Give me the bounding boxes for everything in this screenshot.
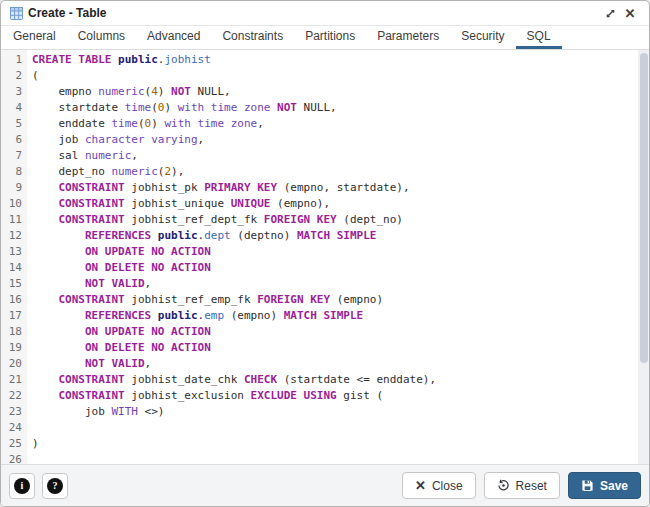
line-number: 15 — [1, 276, 22, 292]
info-icon: i — [14, 478, 30, 494]
code-line: CONSTRAINT jobhist_ref_emp_fk FOREIGN KE… — [32, 292, 637, 308]
line-number: 24 — [1, 420, 22, 436]
tab-general[interactable]: General — [2, 26, 67, 49]
line-number-gutter: 1234567891011121314151617181920212223242… — [1, 50, 27, 464]
line-number: 23 — [1, 404, 22, 420]
close-button[interactable]: ✕ Close — [402, 472, 476, 499]
line-number: 4 — [1, 100, 22, 116]
line-number: 9 — [1, 180, 22, 196]
line-number: 13 — [1, 244, 22, 260]
line-number: 8 — [1, 164, 22, 180]
reset-button[interactable]: Reset — [484, 472, 560, 499]
editor-scrollbar — [638, 50, 649, 464]
code-line: ON DELETE NO ACTION — [32, 340, 637, 356]
tab-bar: General Columns Advanced Constraints Par… — [1, 26, 649, 50]
line-number: 10 — [1, 196, 22, 212]
scrollbar-thumb[interactable] — [640, 53, 648, 363]
line-number: 2 — [1, 68, 22, 84]
line-number: 25 — [1, 436, 22, 452]
code-line — [32, 420, 637, 436]
code-line: CONSTRAINT jobhist_unique UNIQUE (empno)… — [32, 196, 637, 212]
line-number: 12 — [1, 228, 22, 244]
line-number: 3 — [1, 84, 22, 100]
code-line: ON UPDATE NO ACTION — [32, 244, 637, 260]
code-line: CREATE TABLE public.jobhist — [32, 52, 637, 68]
code-line: NOT VALID, — [32, 356, 637, 372]
code-line: ) — [32, 436, 637, 452]
code-line: CONSTRAINT jobhist_pk PRIMARY KEY (empno… — [32, 180, 637, 196]
code-line: CONSTRAINT jobhist_date_chk CHECK (start… — [32, 372, 637, 388]
save-icon — [581, 479, 594, 492]
code-line: enddate time(0) with time zone, — [32, 116, 637, 132]
code-line: CONSTRAINT jobhist_ref_dept_fk FOREIGN K… — [32, 212, 637, 228]
code-line: empno numeric(4) NOT NULL, — [32, 84, 637, 100]
tab-partitions[interactable]: Partitions — [294, 26, 366, 49]
close-icon: ✕ — [625, 7, 636, 20]
line-number: 11 — [1, 212, 22, 228]
line-number: 6 — [1, 132, 22, 148]
close-dialog-button[interactable]: ✕ — [620, 3, 640, 23]
code-line: ( — [32, 68, 637, 84]
line-number: 21 — [1, 372, 22, 388]
sql-editor[interactable]: 1234567891011121314151617181920212223242… — [1, 50, 649, 464]
line-number: 7 — [1, 148, 22, 164]
code-line: job WITH <>) — [32, 404, 637, 420]
help-button[interactable]: ? — [42, 473, 68, 499]
help-icon: ? — [47, 478, 63, 494]
line-number: 22 — [1, 388, 22, 404]
tab-columns[interactable]: Columns — [67, 26, 136, 49]
save-button-label: Save — [600, 479, 628, 493]
code-line: REFERENCES public.emp (empno) MATCH SIMP… — [32, 308, 637, 324]
sql-code: CREATE TABLE public.jobhist( empno numer… — [27, 50, 637, 464]
code-line: NOT VALID, — [32, 276, 637, 292]
line-number: 18 — [1, 324, 22, 340]
code-line: dept_no numeric(2), — [32, 164, 637, 180]
info-button[interactable]: i — [9, 473, 35, 499]
dialog-title: Create - Table — [28, 6, 600, 20]
tab-security[interactable]: Security — [450, 26, 515, 49]
code-line: ON DELETE NO ACTION — [32, 260, 637, 276]
maximize-button[interactable] — [600, 3, 620, 23]
save-button[interactable]: Save — [568, 472, 641, 499]
reset-button-label: Reset — [516, 479, 547, 493]
expand-icon — [605, 8, 616, 19]
code-line: job character varying, — [32, 132, 637, 148]
line-number: 1 — [1, 52, 22, 68]
line-number: 19 — [1, 340, 22, 356]
line-number: 5 — [1, 116, 22, 132]
tab-constraints[interactable]: Constraints — [211, 26, 294, 49]
code-line: sal numeric, — [32, 148, 637, 164]
line-number: 26 — [1, 452, 22, 464]
close-button-label: Close — [432, 479, 463, 493]
tab-advanced[interactable]: Advanced — [136, 26, 211, 49]
code-line: REFERENCES public.dept (deptno) MATCH SI… — [32, 228, 637, 244]
code-line — [32, 452, 637, 464]
code-line: startdate time(0) with time zone NOT NUL… — [32, 100, 637, 116]
line-number: 17 — [1, 308, 22, 324]
close-x-icon: ✕ — [415, 479, 426, 492]
table-icon — [10, 7, 23, 20]
title-bar: Create - Table ✕ — [1, 1, 649, 26]
tab-sql[interactable]: SQL — [516, 26, 562, 49]
footer-bar: i ? ✕ Close Reset Save — [1, 464, 649, 506]
code-line: ON UPDATE NO ACTION — [32, 324, 637, 340]
line-number: 20 — [1, 356, 22, 372]
line-number: 16 — [1, 292, 22, 308]
reset-icon — [497, 479, 510, 492]
line-number: 14 — [1, 260, 22, 276]
create-table-dialog: Create - Table ✕ General Columns Advance… — [0, 0, 650, 507]
code-line: CONSTRAINT jobhist_exclusion EXCLUDE USI… — [32, 388, 637, 404]
tab-parameters[interactable]: Parameters — [366, 26, 450, 49]
